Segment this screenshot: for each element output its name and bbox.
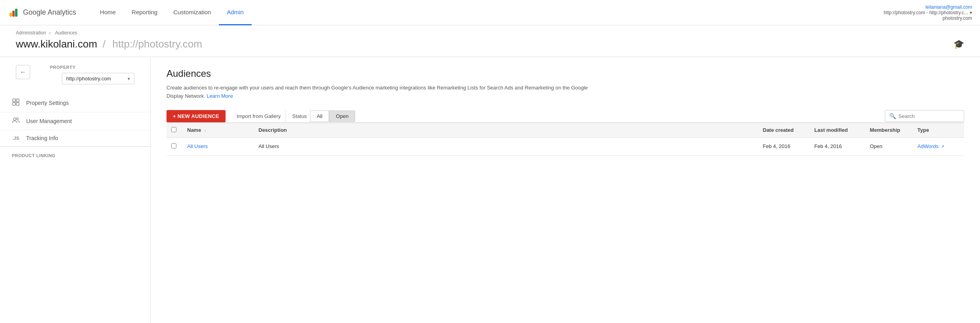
js-icon: .JS (12, 136, 20, 141)
row-name-cell: All Users (182, 137, 254, 155)
breadcrumb-parent[interactable]: Administration (16, 30, 46, 36)
user-domain: http://photostry.com - http://photostry.… (884, 10, 972, 15)
sidebar-top-row: ← PROPERTY http://photostry.com ▾ (0, 65, 150, 94)
svg-rect-6 (16, 103, 19, 105)
breadcrumb-current: Audiences (55, 30, 77, 36)
sidebar-property-select[interactable]: http://photostry.com ▾ (62, 73, 134, 84)
breadcrumb: Administration › Audiences (16, 30, 964, 36)
svg-rect-3 (13, 99, 15, 102)
logo-area: Google Analytics (8, 7, 76, 18)
status-open-button[interactable]: Open (329, 110, 355, 122)
table-header-row: Name ↓ Description Date created Last mod… (167, 123, 964, 137)
users-icon (12, 117, 20, 125)
new-audience-button[interactable]: + NEW AUDIENCE (167, 110, 226, 122)
svg-rect-4 (13, 103, 15, 105)
svg-rect-0 (10, 13, 12, 17)
page-title-main: www.kikolani.com (16, 38, 97, 50)
sidebar-item-label: Property Settings (26, 100, 69, 106)
chevron-down-icon: ▾ (128, 76, 130, 82)
search-box: 🔍 (885, 110, 964, 122)
adwords-link[interactable]: AdWords ↗ (917, 143, 944, 149)
page-title-sub: http://photostry.com (113, 38, 202, 50)
select-all-checkbox[interactable] (171, 127, 176, 132)
nav-links: Home Reporting Customization Admin (92, 0, 884, 25)
sidebar-property-value: http://photostry.com (66, 76, 111, 82)
svg-rect-2 (15, 9, 17, 17)
sidebar-item-property-settings[interactable]: Property Settings (0, 94, 150, 112)
main-layout: ← PROPERTY http://photostry.com ▾ Proper… (0, 57, 980, 323)
sidebar-item-label: User Management (26, 118, 72, 124)
content-area: Audiences Create audiences to re-engage … (151, 57, 980, 323)
status-all-button[interactable]: All (310, 110, 329, 122)
svg-point-8 (17, 118, 19, 120)
mortarboard-icon[interactable]: 🎓 (953, 39, 964, 49)
page-title-row: www.kikolani.com / http://photostry.com … (16, 38, 964, 50)
sidebar-item-user-management[interactable]: User Management (0, 112, 150, 130)
sidebar: ← PROPERTY http://photostry.com ▾ Proper… (0, 57, 151, 323)
row-date-created-cell: Feb 4, 2016 (758, 137, 810, 155)
sidebar-back-button[interactable]: ← (16, 65, 30, 79)
user-site: photostry.com (884, 15, 972, 21)
table-row: All Users All Users Feb 4, 2016 Feb 4, 2… (167, 137, 964, 155)
nav-home[interactable]: Home (92, 0, 124, 25)
sidebar-item-label: Tracking Info (26, 135, 58, 141)
sidebar-item-tracking-info[interactable]: .JS Tracking Info (0, 130, 150, 146)
page-header: Administration › Audiences www.kikolani.… (0, 25, 980, 57)
row-checkbox[interactable] (171, 143, 176, 148)
ga-logo-icon (8, 7, 19, 18)
select-all-header (167, 123, 182, 137)
col-header-name[interactable]: Name ↓ (182, 123, 254, 137)
audiences-title: Audiences (167, 68, 964, 79)
audience-name-link[interactable]: All Users (187, 143, 208, 149)
learn-more-link[interactable]: Learn More (207, 93, 233, 99)
svg-rect-1 (12, 11, 15, 17)
row-membership-cell: Open (865, 137, 913, 155)
row-type-cell: AdWords ↗ (913, 137, 964, 155)
col-header-membership: Membership (865, 123, 913, 137)
search-input[interactable] (898, 113, 958, 119)
svg-point-7 (13, 118, 16, 120)
status-label: Status (292, 113, 307, 119)
col-header-last-modified: Last modified (810, 123, 865, 137)
import-from-gallery-button[interactable]: Import from Gallery (232, 110, 286, 122)
nav-customization[interactable]: Customization (165, 0, 219, 25)
nav-admin[interactable]: Admin (219, 0, 252, 25)
page-title: www.kikolani.com / http://photostry.com (16, 38, 202, 50)
row-checkbox-cell (167, 137, 182, 155)
audiences-table: Name ↓ Description Date created Last mod… (167, 123, 964, 156)
user-email[interactable]: leilaniana@gmail.com (884, 4, 972, 10)
user-info: leilaniana@gmail.com http://photostry.co… (884, 4, 972, 21)
sort-arrow-icon: ↓ (204, 128, 207, 133)
nav-reporting[interactable]: Reporting (124, 0, 165, 25)
page-title-separator: / (103, 38, 108, 50)
search-icon: 🔍 (889, 113, 896, 119)
external-link-icon: ↗ (941, 144, 944, 149)
row-description-cell: All Users (254, 137, 758, 155)
product-linking-header: PRODUCT LINKING (0, 146, 150, 161)
col-header-date-created: Date created (758, 123, 810, 137)
row-last-modified-cell: Feb 4, 2016 (810, 137, 865, 155)
logo-text: Google Analytics (23, 8, 76, 17)
col-header-description: Description (254, 123, 758, 137)
audiences-description: Create audiences to re-engage with your … (167, 84, 603, 101)
col-header-type: Type (913, 123, 964, 137)
property-settings-icon (12, 99, 20, 107)
svg-rect-5 (16, 99, 19, 102)
top-navigation: Google Analytics Home Reporting Customiz… (0, 0, 980, 25)
sidebar-property-label: PROPERTY (38, 65, 142, 73)
audiences-toolbar: + NEW AUDIENCE Import from Gallery Statu… (167, 110, 964, 123)
